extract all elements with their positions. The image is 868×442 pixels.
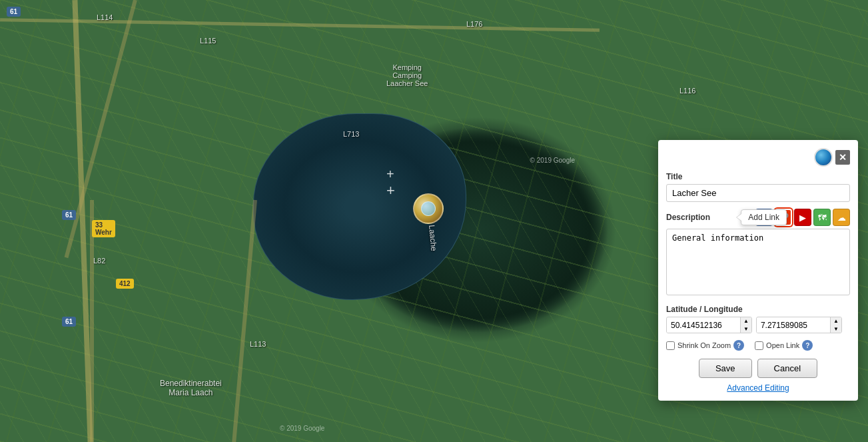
checkboxes-row: Shrink On Zoom ? Open Link ? <box>666 340 850 351</box>
road-label-61-top: 61 <box>7 7 21 17</box>
openlink-checkbox-group: Open Link ? <box>755 340 813 351</box>
latlng-inputs: ▲ ▼ ▲ ▼ <box>666 317 850 333</box>
location-popup: ✕ Title Description 🚗 🔗 ▶ 🗺 ☁ ➜ Add Link <box>658 140 858 401</box>
road-label-412: 412 <box>116 279 134 289</box>
label-benedikt: BenediktinerabteiMaria Laach <box>160 379 222 397</box>
shrink-checkbox-group: Shrink On Zoom ? <box>666 340 744 351</box>
lat-up-button[interactable]: ▲ <box>741 317 751 325</box>
latlng-section: Latitude / Longitude ▲ ▼ ▲ ▼ <box>666 305 850 333</box>
google-watermark: © 2019 Google <box>280 425 324 432</box>
globe-icon <box>814 148 833 167</box>
advanced-editing-link[interactable]: Advanced Editing <box>666 383 850 393</box>
popup-header: ✕ <box>666 148 850 167</box>
shrink-help-icon[interactable]: ? <box>733 340 744 351</box>
road-label-l176: L176 <box>466 20 482 28</box>
description-textarea[interactable]: General information <box>666 229 850 295</box>
road-label-l713: L713 <box>343 130 359 138</box>
title-label: Title <box>666 172 850 181</box>
lng-input[interactable] <box>757 318 830 333</box>
close-button[interactable]: ✕ <box>835 150 850 165</box>
toolbar-cloud-icon[interactable]: ☁ <box>833 209 850 226</box>
label-kemping: KempingCampingLaacher See <box>386 63 428 87</box>
road-label-l114: L114 <box>97 13 113 21</box>
shrink-label: Shrink On Zoom <box>677 341 731 349</box>
road-label-l82: L82 <box>93 257 105 265</box>
lat-spinner: ▲ ▼ <box>740 317 751 333</box>
openlink-help-icon[interactable]: ? <box>802 340 813 351</box>
openlink-label: Open Link <box>766 341 799 349</box>
road-label-33-wehr: 33Wehr <box>92 220 115 237</box>
action-buttons: Save Cancel <box>666 359 850 378</box>
shrink-checkbox[interactable] <box>666 341 675 350</box>
latlng-label: Latitude / Longitude <box>666 305 850 314</box>
pin-sphere <box>413 193 444 224</box>
lng-up-button[interactable]: ▲ <box>831 317 841 325</box>
map-pin[interactable] <box>413 193 446 227</box>
openlink-checkbox[interactable] <box>755 341 763 350</box>
road-label-61-bottom: 61 <box>62 317 76 327</box>
lat-input[interactable] <box>667 318 740 333</box>
add-link-tooltip: Add Link <box>741 209 787 225</box>
road-label-61-left: 61 <box>62 210 76 220</box>
lng-down-button[interactable]: ▼ <box>831 325 841 333</box>
toolbar-maps-icon[interactable]: 🗺 <box>813 209 831 226</box>
save-button[interactable]: Save <box>699 359 752 378</box>
road-label-l115: L115 <box>200 37 216 45</box>
lng-spinner: ▲ ▼ <box>830 317 841 333</box>
toolbar-youtube-icon[interactable]: ▶ <box>794 209 811 226</box>
road-label-l116: L116 <box>679 87 695 95</box>
cancel-button[interactable]: Cancel <box>757 359 817 378</box>
pin-inner <box>421 201 436 216</box>
description-section: Description 🚗 🔗 ▶ 🗺 ☁ ➜ Add Link General… <box>666 209 850 298</box>
lat-field: ▲ ▼ <box>666 317 752 333</box>
google-watermark2: © 2019 Google <box>530 157 575 164</box>
road-label-l113: L113 <box>250 340 266 348</box>
lng-field: ▲ ▼ <box>756 317 842 333</box>
lat-down-button[interactable]: ▼ <box>741 325 751 333</box>
crosshair: + <box>386 167 400 180</box>
title-input[interactable] <box>666 184 850 202</box>
